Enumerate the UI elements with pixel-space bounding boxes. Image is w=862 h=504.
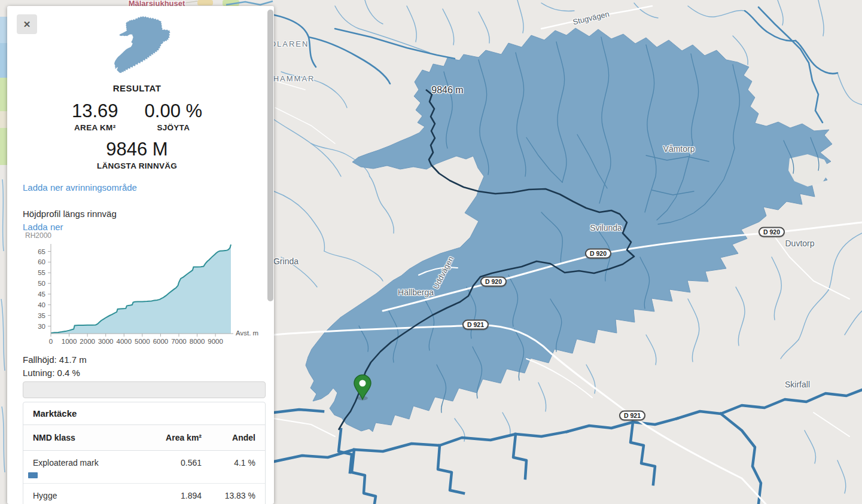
road-badge: D 921 (619, 411, 645, 421)
svg-text:30: 30 (38, 323, 45, 330)
row-klass: Hygge (33, 491, 148, 500)
landcover-table-header: NMD klass Area km² Andel (23, 425, 265, 451)
svg-text:7000: 7000 (171, 338, 187, 345)
close-panel-button[interactable]: ✕ (17, 14, 37, 34)
chart-y-axis-system-label: RH2000 (25, 231, 51, 240)
svg-text:Avst. m: Avst. m (236, 329, 258, 337)
svg-text:40: 40 (38, 301, 45, 308)
svg-text:3000: 3000 (98, 338, 114, 345)
svg-text:55: 55 (38, 269, 45, 276)
svg-text:2000: 2000 (80, 338, 95, 345)
download-profile-link[interactable]: Ladda ner (23, 222, 63, 232)
elevation-profile-chart: 3035404550556065010002000300040005000600… (17, 239, 263, 347)
svg-text:5000: 5000 (135, 338, 150, 345)
stat-area-label: AREA KM² (72, 123, 118, 132)
svg-text:0: 0 (49, 338, 53, 345)
svg-text:50: 50 (38, 280, 45, 287)
table-row: Exploaterad mark 0.561 4.1 % (23, 451, 265, 484)
catchment-silhouette (114, 16, 171, 74)
stat-longest-flowpath: 9846 M LÄNGSTA RINNVÄG (7, 139, 267, 170)
lutning-text: Lutning: 0.4 % (23, 368, 80, 378)
stat-lake-label: SJÖYTA (145, 123, 203, 132)
fallhojd-text: Fallhöjd: 41.7 m (23, 355, 87, 365)
panel-scrollbar[interactable] (267, 7, 273, 504)
road-badge: D 920 (480, 277, 507, 287)
road-badge: D 921 (462, 320, 489, 330)
profile-heading: Höjdprofil längs rinnväg (23, 209, 117, 219)
row-area: 0.561 (148, 458, 202, 468)
row-area: 1.894 (148, 491, 202, 500)
stat-area: 13.69 AREA KM² (72, 100, 118, 132)
row-klass: Exploaterad mark (33, 458, 148, 468)
row-share-bar (28, 472, 38, 478)
svg-text:45: 45 (38, 291, 45, 298)
svg-text:9000: 9000 (208, 338, 223, 345)
col-header-andel: Andel (202, 433, 255, 442)
landcover-section-title: Marktäcke (23, 402, 265, 425)
svg-text:4000: 4000 (116, 338, 132, 345)
stat-long-label: LÄNGSTA RINNVÄG (7, 161, 267, 170)
row-andel: 4.1 % (202, 458, 255, 468)
result-heading: RESULTAT (7, 83, 267, 93)
stat-lake: 0.00 % SJÖYTA (145, 100, 203, 132)
table-row: Hygge 1.894 13.83 % (23, 484, 265, 504)
panel-scrollbar-thumb[interactable] (267, 10, 273, 301)
col-header-nmd-klass: NMD klass (33, 433, 148, 442)
stat-long-value: 9846 M (7, 139, 267, 160)
svg-text:8000: 8000 (190, 338, 205, 345)
landcover-filter-input[interactable] (23, 381, 266, 398)
stats-row: 13.69 AREA KM² 0.00 % SJÖYTA (7, 100, 267, 132)
download-catchment-link[interactable]: Ladda ner avrinningsområde (23, 182, 137, 193)
svg-text:1000: 1000 (62, 338, 77, 345)
svg-text:6000: 6000 (153, 338, 169, 345)
stat-lake-value: 0.00 % (145, 100, 203, 122)
road-badge: D 920 (585, 249, 611, 259)
row-andel: 13.83 % (202, 491, 255, 500)
road-badge: D 920 (759, 227, 785, 237)
landcover-card: Marktäcke NMD klass Area km² Andel Explo… (23, 402, 266, 504)
results-panel: ✕ RESULTAT 13.69 AREA KM² 0.00 % SJÖYTA … (7, 6, 274, 504)
svg-text:65: 65 (38, 248, 45, 255)
svg-text:60: 60 (38, 258, 45, 265)
svg-text:35: 35 (38, 312, 45, 319)
stat-area-value: 13.69 (72, 100, 118, 122)
col-header-area: Area km² (148, 433, 202, 442)
